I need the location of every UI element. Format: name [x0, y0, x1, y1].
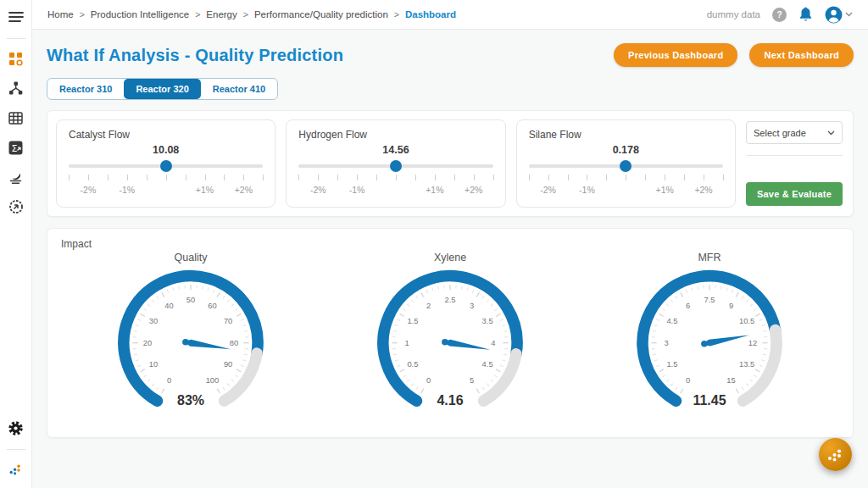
svg-text:90: 90	[224, 360, 232, 369]
svg-text:2.5: 2.5	[445, 296, 456, 304]
next-dashboard-button[interactable]: Next Dashboard	[749, 43, 854, 67]
slider-current-value: 14.56	[382, 144, 409, 156]
gauge-dial: 01.534.567.5910.51213.515	[621, 263, 798, 413]
breadcrumb-item[interactable]: Energy	[206, 9, 236, 19]
svg-text:70: 70	[224, 317, 232, 325]
formula-sigma-icon[interactable]: Σ	[8, 139, 25, 156]
svg-text:80: 80	[230, 339, 238, 347]
impact-label: Impact	[61, 238, 839, 250]
svg-text:9: 9	[729, 302, 733, 310]
svg-text:3: 3	[470, 302, 474, 310]
svg-text:40: 40	[164, 302, 173, 310]
grade-select[interactable]: Select grade	[746, 121, 843, 144]
slider-track[interactable]	[298, 164, 492, 168]
hierarchy-icon[interactable]	[8, 80, 25, 97]
save-evaluate-button[interactable]: Save & Evaluate	[746, 182, 843, 206]
slider-track[interactable]	[529, 164, 723, 168]
svg-text:50: 50	[186, 296, 195, 304]
svg-text:60: 60	[208, 302, 216, 310]
svg-text:0: 0	[426, 376, 431, 385]
chevron-down-icon	[827, 130, 835, 136]
svg-text:5: 5	[470, 376, 474, 385]
slider-tick-label: -1%	[119, 185, 135, 195]
svg-text:100: 100	[206, 376, 220, 385]
table-icon[interactable]	[8, 109, 25, 126]
svg-text:6: 6	[686, 302, 690, 310]
slider-tick-label: +2%	[465, 185, 482, 195]
slider-ticks	[529, 175, 723, 181]
slider-thumb[interactable]	[390, 160, 402, 172]
slider-current-value: 0.178	[613, 144, 639, 156]
slider-label: Silane Flow	[529, 129, 723, 141]
tab-reactor-410[interactable]: Reactor 410	[201, 79, 277, 99]
slider-cards: Catalyst Flow10.08-2%-1%+1%+2%Hydrogen F…	[56, 119, 736, 208]
impact-panel: Impact Quality010203040506070809010083%X…	[47, 228, 854, 438]
svg-text:4.5: 4.5	[666, 317, 677, 325]
slider-tick-label: -2%	[81, 185, 97, 195]
gauge-title: Xylene	[434, 252, 466, 263]
slider-card: Catalyst Flow10.08-2%-1%+1%+2%	[56, 119, 275, 208]
svg-text:12: 12	[748, 339, 757, 347]
analysis-icon[interactable]	[8, 169, 25, 186]
slider-tick-label: +1%	[196, 185, 214, 195]
svg-text:2: 2	[426, 302, 431, 310]
slider-label: Hydrogen Flow	[298, 129, 492, 141]
slider-track[interactable]	[69, 164, 263, 168]
gauge-xylene: Xylene00.511.522.533.544.554.16	[323, 250, 577, 408]
svg-text:15: 15	[726, 376, 735, 385]
user-avatar[interactable]	[825, 6, 853, 24]
notification-bell-icon[interactable]	[798, 7, 813, 22]
gauges-row: Quality010203040506070809010083%Xylene00…	[61, 250, 839, 408]
svg-text:3.5: 3.5	[482, 317, 493, 325]
breadcrumb-separator: >	[195, 9, 200, 19]
topbar: Home>Production Intelligence>Energy>Perf…	[32, 0, 868, 30]
modules-icon[interactable]	[8, 50, 25, 67]
sidebar-divider	[7, 38, 25, 39]
previous-dashboard-button[interactable]: Previous Dashboard	[614, 43, 737, 67]
slider-tick-label: +2%	[235, 185, 253, 195]
chevron-down-icon	[845, 12, 853, 17]
sidebar: Σ	[0, 0, 32, 488]
breadcrumb-item[interactable]: Dashboard	[405, 9, 456, 19]
gauge-value: 83%	[177, 393, 204, 408]
svg-text:3: 3	[664, 339, 668, 347]
breadcrumb-separator: >	[80, 9, 85, 19]
hamburger-menu-icon[interactable]	[8, 8, 25, 25]
slider-ticks	[69, 175, 263, 181]
breadcrumb-item[interactable]: Production Intelligence	[91, 9, 189, 19]
help-icon[interactable]: ?	[772, 8, 787, 22]
breadcrumb-item[interactable]: Home	[47, 9, 74, 19]
tab-reactor-310[interactable]: Reactor 310	[47, 79, 124, 99]
slider-tick-label: +1%	[656, 185, 674, 195]
tab-reactor-320[interactable]: Reactor 320	[124, 79, 200, 99]
gauge-value: 11.45	[693, 393, 726, 408]
svg-text:Σ: Σ	[12, 142, 18, 153]
reactor-tab-group: Reactor 310Reactor 320Reactor 410	[47, 78, 278, 100]
slider-thumb[interactable]	[160, 160, 172, 172]
slider-card: Silane Flow0.178-2%-1%+1%+2%	[516, 119, 736, 208]
breadcrumb-item[interactable]: Performance/Quality prediction	[254, 9, 388, 19]
gauge-dial: 00.511.522.533.544.55	[362, 263, 538, 413]
svg-text:7.5: 7.5	[704, 296, 715, 304]
svg-text:10.5: 10.5	[739, 317, 754, 325]
slider-ticks	[298, 175, 492, 181]
settings-gear-icon[interactable]	[8, 419, 25, 436]
svg-text:0.5: 0.5	[407, 360, 418, 369]
page-title: What If Analysis - Quality Prediction	[47, 46, 343, 65]
slider-tick-label: -2%	[540, 185, 556, 195]
what-if-inputs-panel: Catalyst Flow10.08-2%-1%+1%+2%Hydrogen F…	[47, 110, 854, 217]
gauge-title: Quality	[175, 252, 208, 263]
svg-text:30: 30	[149, 317, 158, 325]
slider-current-value: 10.08	[153, 144, 179, 156]
breadcrumb-separator: >	[394, 9, 399, 19]
svg-text:0: 0	[167, 376, 171, 385]
company-logo	[8, 461, 25, 478]
grade-select-value: Select grade	[754, 128, 806, 138]
gauge-value: 4.16	[437, 393, 463, 408]
user-label: dummy data	[707, 9, 760, 19]
quick-actions-fab[interactable]	[819, 438, 852, 471]
slider-thumb[interactable]	[620, 160, 632, 172]
automation-gear-icon[interactable]	[8, 198, 25, 215]
svg-text:4: 4	[491, 339, 495, 347]
divider	[746, 155, 843, 156]
